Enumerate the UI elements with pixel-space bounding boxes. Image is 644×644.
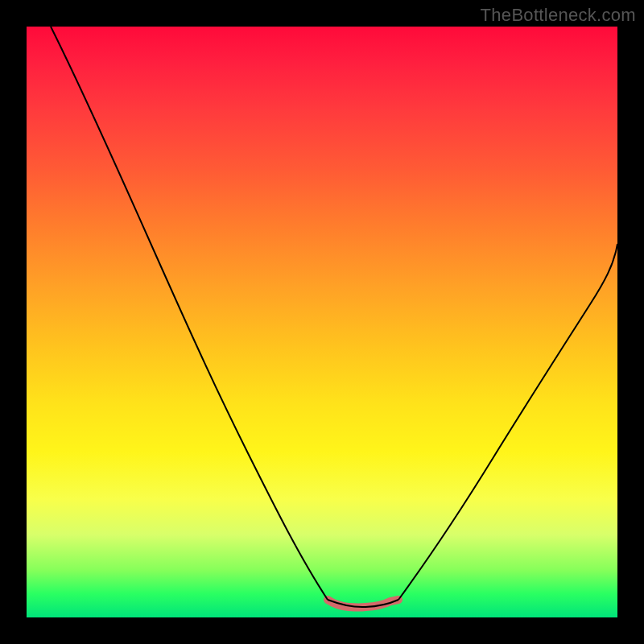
curve-right-branch xyxy=(398,244,617,600)
curve-left-branch xyxy=(51,27,328,600)
chart-svg xyxy=(27,27,617,617)
watermark-text: TheBottleneck.com xyxy=(481,5,636,26)
plot-area xyxy=(27,27,617,617)
chart-frame: TheBottleneck.com xyxy=(0,0,644,644)
